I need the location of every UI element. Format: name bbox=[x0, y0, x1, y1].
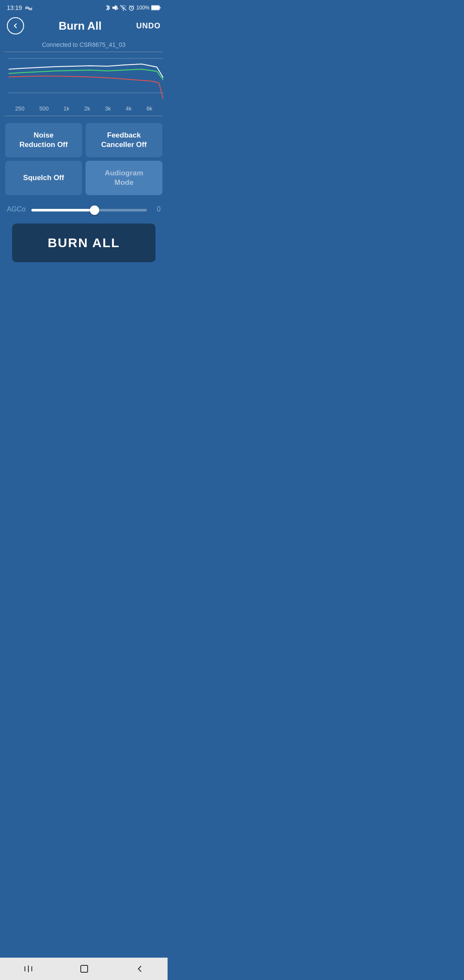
svg-line-7 bbox=[131, 8, 132, 9]
back-button[interactable] bbox=[7, 17, 24, 34]
wifi-off-icon bbox=[120, 5, 127, 11]
battery-icon bbox=[151, 5, 161, 10]
undo-button[interactable]: UNDO bbox=[136, 21, 161, 31]
agco-value: 0 bbox=[152, 205, 161, 213]
page-title: Burn All bbox=[58, 19, 101, 33]
feature-buttons-grid: NoiseReduction Off FeedbackCanceller Off… bbox=[0, 116, 168, 199]
noise-reduction-button[interactable]: NoiseReduction Off bbox=[5, 123, 82, 157]
agco-label: AGCo bbox=[7, 205, 26, 213]
connection-info: Connected to CSR8675_41_03 bbox=[0, 40, 168, 52]
svg-point-3 bbox=[123, 10, 124, 11]
svg-rect-12 bbox=[160, 7, 161, 9]
time: 13:19 bbox=[7, 4, 22, 11]
agco-slider[interactable] bbox=[31, 209, 147, 211]
header: Burn All UNDO bbox=[0, 14, 168, 40]
battery-percent: 100% bbox=[136, 5, 150, 11]
status-left: 13:19 bbox=[7, 4, 32, 11]
svg-marker-0 bbox=[113, 5, 116, 10]
bluetooth-icon bbox=[105, 4, 110, 11]
agco-slider-container bbox=[31, 205, 147, 213]
mute-icon bbox=[112, 5, 118, 11]
svg-line-8 bbox=[129, 6, 131, 6]
agco-section: AGCo 0 bbox=[0, 199, 168, 217]
svg-rect-11 bbox=[152, 6, 159, 9]
status-right: 100% bbox=[105, 4, 161, 11]
chart-x-labels: 250 500 1k 2k 3k 4k 6k bbox=[4, 104, 163, 112]
burn-all-button[interactable]: BURN ALL bbox=[12, 224, 156, 262]
chart-svg bbox=[4, 52, 163, 104]
back-icon bbox=[11, 21, 20, 30]
squelch-button[interactable]: Squelch Off bbox=[5, 161, 82, 195]
feedback-canceller-button[interactable]: FeedbackCanceller Off bbox=[85, 123, 162, 157]
svg-line-9 bbox=[133, 6, 134, 6]
frequency-chart: 250 500 1k 2k 3k 4k 6k bbox=[4, 52, 163, 116]
status-bar: 13:19 10 bbox=[0, 0, 168, 14]
alarm-icon bbox=[128, 5, 134, 11]
audiogram-mode-button[interactable]: AudiogramMode bbox=[85, 161, 162, 195]
wind-icon bbox=[24, 5, 32, 11]
